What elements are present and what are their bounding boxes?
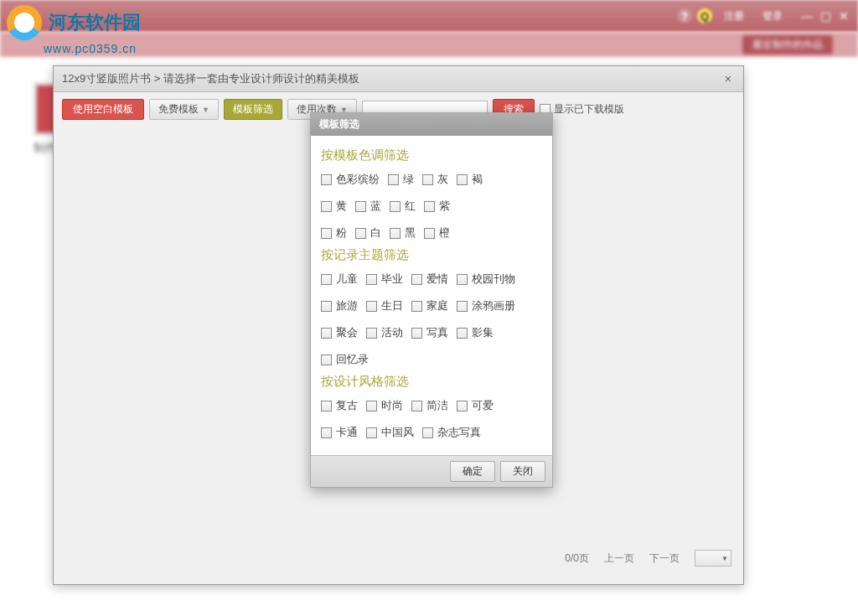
filter-checkbox[interactable]: 儿童 (321, 272, 358, 287)
checkbox-icon (321, 228, 332, 239)
checkbox-icon (411, 401, 422, 412)
filter-checkbox-label: 毕业 (381, 272, 403, 287)
qq-icon[interactable]: Q (697, 8, 712, 23)
ok-button[interactable]: 确定 (450, 461, 495, 482)
filter-checkbox-label: 色彩缤纷 (336, 172, 380, 187)
close-button[interactable]: 关闭 (500, 461, 545, 482)
recent-works-button[interactable]: 最近制作的作品 (742, 35, 833, 54)
filter-checkbox-label: 卡通 (336, 425, 358, 440)
filter-checkbox-label: 黄 (336, 199, 347, 214)
template-filter-button[interactable]: 模板筛选 (224, 99, 282, 120)
checkbox-icon (321, 274, 332, 285)
filter-checkbox-label: 聚会 (336, 325, 358, 340)
window-close-button[interactable]: × (721, 72, 735, 85)
maximize-icon[interactable]: ▢ (818, 9, 833, 23)
filter-checkbox[interactable]: 旅游 (321, 298, 358, 313)
filter-checkbox[interactable]: 回忆录 (321, 352, 369, 367)
filter-checkbox[interactable]: 紫 (424, 199, 450, 214)
filter-checkbox-label: 爱情 (426, 272, 448, 287)
filter-checkbox-label: 写真 (426, 325, 448, 340)
checkbox-icon (366, 328, 377, 339)
filter-checkbox[interactable]: 杂志写真 (422, 425, 481, 440)
filter-checkbox[interactable]: 写真 (411, 325, 448, 340)
filter-dialog-body: 按模板色调筛选 色彩缤纷绿灰褐 黄蓝红紫 粉白黑橙 按记录主题筛选 儿童毕业爱情… (311, 136, 552, 455)
filter-checkbox[interactable]: 活动 (366, 325, 403, 340)
next-page-link[interactable]: 下一页 (649, 551, 680, 566)
filter-dialog: 模板筛选 按模板色调筛选 色彩缤纷绿灰褐 黄蓝红紫 粉白黑橙 按记录主题筛选 儿… (310, 112, 553, 488)
chevron-down-icon: ▼ (202, 106, 209, 114)
help-icon[interactable]: ? (677, 8, 692, 23)
filter-checkbox[interactable]: 粉 (321, 225, 347, 241)
filter-dialog-footer: 确定 关闭 (311, 455, 552, 487)
checkbox-icon (366, 301, 377, 312)
filter-checkbox-label: 涂鸦画册 (472, 298, 515, 313)
filter-checkbox[interactable]: 褐 (457, 172, 483, 187)
filter-checkbox[interactable]: 校园刊物 (457, 272, 515, 287)
section-theme-title: 按记录主题筛选 (321, 247, 542, 263)
page-select-dropdown[interactable]: ▼ (695, 550, 731, 567)
chevron-down-icon: ▼ (721, 555, 728, 562)
filter-checkbox[interactable]: 白 (355, 225, 381, 241)
checkbox-icon (457, 174, 468, 185)
checkbox-icon (321, 427, 332, 438)
filter-checkbox-label: 白 (370, 225, 381, 241)
checkbox-icon (321, 401, 332, 412)
prev-page-link[interactable]: 上一页 (604, 551, 634, 566)
filter-checkbox[interactable]: 红 (390, 199, 416, 214)
filter-checkbox-label: 家庭 (426, 298, 448, 313)
filter-checkbox[interactable]: 生日 (366, 298, 403, 313)
checkbox-icon (388, 174, 399, 185)
filter-checkbox[interactable]: 中国风 (366, 425, 414, 440)
filter-checkbox-label: 影集 (472, 325, 494, 340)
filter-checkbox[interactable]: 灰 (422, 172, 448, 187)
minimize-icon[interactable]: — (799, 9, 814, 23)
filter-checkbox[interactable]: 影集 (457, 325, 494, 340)
filter-checkbox-label: 时尚 (381, 398, 403, 413)
breadcrumb-sep: > (154, 72, 161, 85)
checkbox-icon (457, 301, 468, 312)
filter-checkbox-label: 灰 (437, 172, 448, 187)
filter-checkbox-label: 紫 (439, 199, 450, 214)
login-link[interactable]: 登录 (756, 8, 789, 25)
checkbox-icon (411, 274, 422, 285)
filter-checkbox-label: 简洁 (426, 398, 448, 413)
checkbox-icon (321, 328, 332, 339)
free-template-dropdown[interactable]: 免费模板▼ (149, 99, 219, 120)
pager: 0/0页 上一页 下一页 ▼ (565, 550, 731, 567)
filter-checkbox[interactable]: 爱情 (411, 272, 448, 287)
window-controls: — ▢ ✕ (799, 9, 851, 23)
checkbox-icon (411, 301, 422, 312)
breadcrumb-sub: 请选择一套由专业设计师设计的精美模板 (163, 72, 359, 85)
checkbox-icon (366, 401, 377, 412)
filter-checkbox[interactable]: 色彩缤纷 (321, 172, 380, 187)
filter-checkbox[interactable]: 毕业 (366, 272, 403, 287)
register-link[interactable]: 注册 (717, 8, 751, 25)
filter-checkbox[interactable]: 蓝 (355, 199, 381, 214)
filter-checkbox[interactable]: 黑 (390, 225, 416, 241)
checkbox-icon (355, 228, 366, 239)
filter-checkbox[interactable]: 时尚 (366, 398, 403, 413)
filter-checkbox[interactable]: 涂鸦画册 (457, 298, 515, 313)
filter-checkbox[interactable]: 黄 (321, 199, 347, 214)
filter-checkbox-label: 中国风 (381, 425, 414, 440)
filter-checkbox[interactable]: 复古 (321, 398, 358, 413)
checkbox-icon (321, 301, 332, 312)
style-filter-group: 复古时尚简洁可爱 卡通中国风杂志写真 (321, 398, 542, 440)
filter-checkbox[interactable]: 绿 (388, 172, 414, 187)
filter-checkbox[interactable]: 家庭 (411, 298, 448, 313)
checkbox-icon (457, 274, 468, 285)
close-icon[interactable]: ✕ (836, 9, 851, 23)
checkbox-icon (411, 328, 422, 339)
checkbox-icon (355, 201, 366, 212)
filter-checkbox-label: 复古 (336, 398, 358, 413)
filter-checkbox[interactable]: 橙 (424, 225, 450, 241)
filter-checkbox-label: 活动 (381, 325, 403, 340)
use-blank-template-button[interactable]: 使用空白模板 (62, 99, 144, 120)
filter-checkbox[interactable]: 简洁 (411, 398, 448, 413)
checkbox-icon (422, 174, 433, 185)
color-filter-group: 色彩缤纷绿灰褐 黄蓝红紫 粉白黑橙 (321, 172, 542, 241)
filter-checkbox[interactable]: 聚会 (321, 325, 358, 340)
filter-checkbox[interactable]: 可爱 (457, 398, 494, 413)
window-titlebar: 12x9寸竖版照片书 > 请选择一套由专业设计师设计的精美模板 × (54, 66, 743, 92)
filter-checkbox[interactable]: 卡通 (321, 425, 358, 440)
